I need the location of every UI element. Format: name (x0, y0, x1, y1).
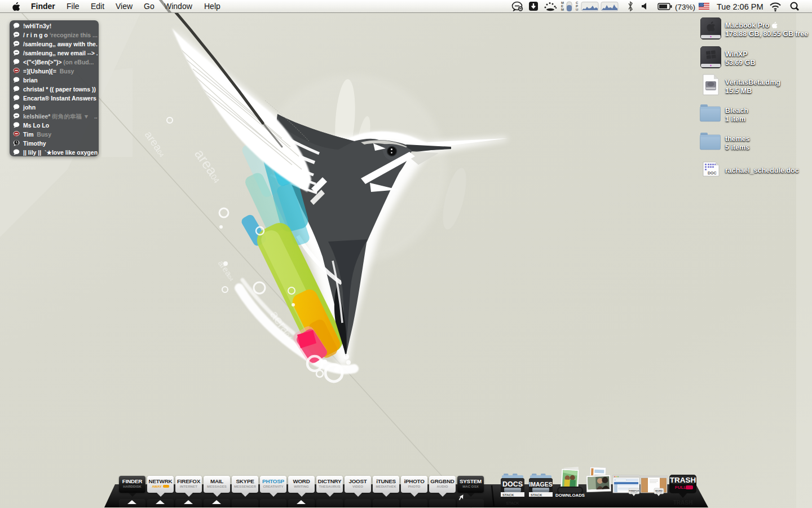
svg-text:DOC: DOC (708, 171, 717, 175)
svg-text:(73%): (73%) (675, 3, 695, 11)
svg-text:WRITING: WRITING (656, 492, 662, 494)
svg-text:INTERNET: INTERNET (630, 492, 638, 494)
svg-text:STACK: STACK (502, 493, 514, 497)
svg-text:DOWNLOADS: DOWNLOADS (555, 493, 585, 498)
svg-text:TRASH: TRASH (673, 500, 692, 506)
svg-text:TRASH: TRASH (670, 476, 696, 484)
svg-text:WORD: WORD (655, 489, 663, 492)
svg-text:DOCS: DOCS (502, 480, 523, 488)
svg-text:Tue 2:06 PM: Tue 2:06 PM (717, 2, 763, 11)
svg-text:FULL: FULL (675, 485, 687, 490)
svg-text:IMAGES: IMAGES (529, 481, 552, 488)
svg-text:FIREFOX: FIREFOX (629, 489, 639, 492)
svg-text:STACK: STACK (506, 501, 519, 505)
svg-text:STACK: STACK (531, 493, 542, 497)
svg-text:M: M (561, 8, 564, 11)
svg-text:U: U (576, 8, 578, 11)
